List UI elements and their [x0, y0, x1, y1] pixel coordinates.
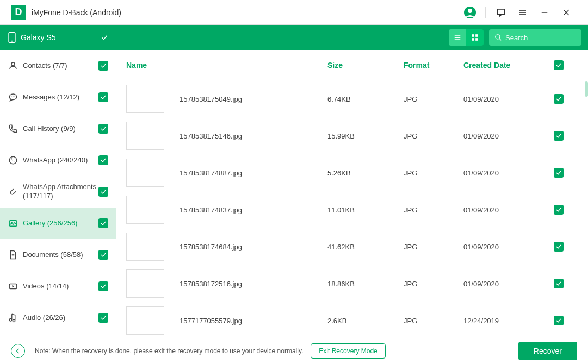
file-name: 1578538172516.jpg [180, 280, 242, 288]
exit-recovery-button[interactable]: Exit Recovery Mode [311, 343, 385, 359]
col-format[interactable]: Format [404, 61, 463, 70]
grid-view-button[interactable] [466, 29, 484, 46]
svg-point-1 [468, 9, 472, 13]
file-table: Name Size Format Created Date 1578538175… [116, 50, 588, 337]
svg-marker-22 [13, 285, 15, 288]
thumbnail [126, 196, 164, 224]
sidebar-item-messages[interactable]: Messages (12/12) [0, 81, 116, 113]
svg-point-15 [14, 97, 15, 98]
select-all-checkbox[interactable] [550, 60, 567, 70]
app-logo: D [11, 5, 26, 20]
phone-icon [8, 32, 16, 43]
sidebar-item-call-history[interactable]: Call History (9/9) [0, 113, 116, 145]
row-checkbox[interactable] [550, 242, 567, 252]
svg-rect-31 [475, 38, 478, 41]
file-name: 1578538175049.jpg [180, 95, 242, 103]
row-checkbox[interactable] [550, 279, 567, 288]
thumbnail [126, 269, 164, 298]
sidebar-item-checkbox[interactable] [98, 155, 108, 165]
sidebar-item-contacts[interactable]: Contacts (7/7) [0, 50, 116, 81]
svg-point-23 [9, 319, 12, 322]
gallery-icon [8, 218, 18, 228]
sidebar-item-checkbox[interactable] [98, 313, 108, 323]
table-row[interactable]: 1578538172516.jpg18.86KBJPG01/09/2020 [116, 265, 588, 302]
file-name: 1578538175146.jpg [180, 132, 242, 140]
col-name[interactable]: Name [126, 61, 327, 70]
user-icon[interactable] [459, 2, 481, 23]
file-format: JPG [404, 280, 463, 288]
svg-rect-29 [475, 34, 478, 37]
call-history-icon [8, 124, 18, 134]
search-icon [494, 34, 502, 41]
sidebar-item-whatsapp-attachments[interactable]: WhatsApp Attachments (117/117) [0, 176, 116, 208]
messages-icon [8, 92, 18, 102]
audio-icon [8, 313, 18, 323]
sidebar-item-label: Gallery (256/256) [23, 219, 98, 228]
back-button[interactable] [11, 344, 25, 358]
table-row[interactable]: 1578538174837.jpg11.01KBJPG01/09/2020 [116, 191, 588, 228]
file-size: 5.26KB [327, 169, 404, 177]
file-date: 01/09/2020 [463, 132, 550, 140]
list-view-button[interactable] [449, 29, 466, 46]
file-name: 1578538174837.jpg [180, 206, 242, 214]
sidebar-item-checkbox[interactable] [98, 61, 108, 71]
sidebar-item-checkbox[interactable] [98, 187, 108, 197]
sidebar-item-checkbox[interactable] [98, 92, 108, 102]
sidebar-item-checkbox[interactable] [98, 281, 108, 291]
sidebar-item-checkbox[interactable] [98, 218, 108, 228]
search-box[interactable] [489, 29, 581, 46]
table-row[interactable]: 1577177055579.jpg2.6KBJPG12/24/2019 [116, 302, 588, 337]
col-size[interactable]: Size [327, 61, 404, 70]
file-name: 1578538174684.jpg [180, 243, 242, 251]
sidebar-item-gallery[interactable]: Gallery (256/256) [0, 208, 116, 239]
file-name: 1577177055579.jpg [180, 317, 242, 325]
contacts-icon [8, 61, 18, 71]
whatsapp-attachments-icon [8, 187, 18, 197]
file-name: 1578538174887.jpg [180, 169, 242, 177]
scrollbar-thumb[interactable] [585, 81, 588, 97]
close-icon[interactable] [555, 2, 577, 23]
file-format: JPG [404, 169, 463, 177]
sidebar-item-videos[interactable]: Videos (14/14) [0, 271, 116, 302]
file-format: JPG [404, 206, 463, 214]
device-name: Galaxy S5 [21, 33, 56, 42]
row-checkbox[interactable] [550, 94, 567, 104]
view-toggle [449, 29, 484, 46]
file-size: 15.99KB [327, 132, 404, 140]
table-row[interactable]: 1578538175146.jpg15.99KBJPG01/09/2020 [116, 117, 588, 154]
feedback-icon[interactable] [490, 2, 512, 23]
svg-line-33 [499, 39, 502, 41]
sidebar-item-checkbox[interactable] [98, 124, 108, 134]
table-row[interactable]: 1578538175049.jpg6.74KBJPG01/09/2020 [116, 80, 588, 117]
sidebar-item-label: Videos (14/14) [23, 282, 98, 291]
svg-point-24 [13, 319, 15, 322]
menu-icon[interactable] [512, 2, 534, 23]
toolbar [116, 25, 588, 50]
file-size: 2.6KB [327, 317, 404, 325]
divider [485, 7, 486, 18]
footer-note: Note: When the recovery is done, please … [35, 347, 303, 355]
sidebar-item-audio[interactable]: Audio (26/26) [0, 302, 116, 334]
sidebar-item-documents[interactable]: Documents (58/58) [0, 239, 116, 271]
row-checkbox[interactable] [550, 205, 567, 215]
device-header[interactable]: Galaxy S5 [0, 25, 116, 50]
svg-point-11 [11, 62, 15, 66]
sidebar-item-whatsapp[interactable]: WhatsApp (240/240) [0, 145, 116, 176]
file-size: 18.86KB [327, 280, 404, 288]
row-checkbox[interactable] [550, 316, 567, 325]
sidebar-item-checkbox[interactable] [98, 250, 108, 260]
search-input[interactable] [505, 34, 588, 42]
col-date[interactable]: Created Date [463, 61, 550, 70]
file-date: 12/24/2019 [463, 317, 550, 325]
table-row[interactable]: 1578538174684.jpg41.62KBJPG01/09/2020 [116, 228, 588, 265]
footer: Note: When the recovery is done, please … [0, 337, 588, 364]
documents-icon [8, 250, 18, 260]
thumbnail [126, 159, 164, 187]
recover-button[interactable]: Recover [518, 342, 577, 360]
row-checkbox[interactable] [550, 168, 567, 178]
minimize-icon[interactable] [534, 2, 555, 23]
row-checkbox[interactable] [550, 131, 567, 141]
titlebar: D iMyFone D-Back (Android) [0, 0, 588, 25]
table-row[interactable]: 1578538174887.jpg5.26KBJPG01/09/2020 [116, 154, 588, 191]
file-size: 6.74KB [327, 95, 404, 103]
